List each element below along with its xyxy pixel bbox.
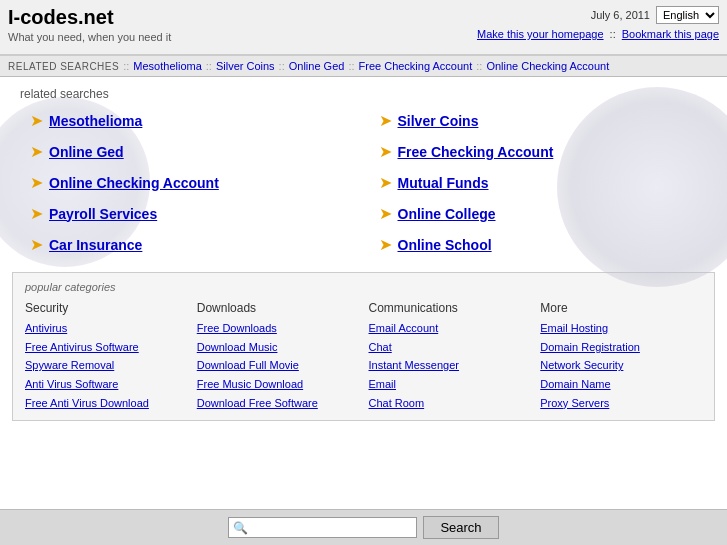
arrow-icon: ➤	[379, 142, 392, 161]
list-item: ➤ Online Checking Account	[30, 173, 359, 192]
popular-col-title-downloads: Downloads	[197, 301, 359, 315]
popular-col-title-more: More	[540, 301, 702, 315]
search-input[interactable]	[252, 520, 412, 535]
search-link-silver-coins[interactable]: Silver Coins	[398, 113, 479, 129]
search-link-payroll-services[interactable]: Payroll Services	[49, 206, 157, 222]
pop-link-free-antivirus[interactable]: Free Antivirus Software	[25, 338, 187, 357]
related-mesothelioma[interactable]: Mesothelioma	[133, 60, 201, 72]
search-icon: 🔍	[233, 521, 248, 535]
sep1: ::	[123, 60, 129, 72]
pop-link-download-software[interactable]: Download Free Software	[197, 394, 359, 413]
list-item: ➤ Payroll Services	[30, 204, 359, 223]
pop-link-chat-room[interactable]: Chat Room	[369, 394, 531, 413]
search-link-online-ged[interactable]: Online Ged	[49, 144, 124, 160]
pop-link-antivirus-software[interactable]: Anti Virus Software	[25, 375, 187, 394]
site-logo: I-codes.net	[8, 6, 171, 29]
pop-link-free-music[interactable]: Free Music Download	[197, 375, 359, 394]
popular-col-title-security: Security	[25, 301, 187, 315]
arrow-icon: ➤	[30, 142, 43, 161]
search-button[interactable]: Search	[423, 516, 498, 539]
list-item: ➤ Online Ged	[30, 142, 359, 161]
list-item: ➤ Online School	[379, 235, 708, 254]
pop-link-email-account[interactable]: Email Account	[369, 319, 531, 338]
search-link-mesothelioma[interactable]: Mesothelioma	[49, 113, 142, 129]
arrow-icon: ➤	[379, 235, 392, 254]
related-label: RELATED SEARCHES	[8, 61, 119, 72]
popular-title: popular categories	[25, 281, 702, 293]
search-box: 🔍	[228, 517, 417, 538]
related-free-checking[interactable]: Free Checking Account	[359, 60, 473, 72]
pop-link-domain-name[interactable]: Domain Name	[540, 375, 702, 394]
arrow-icon: ➤	[30, 235, 43, 254]
bookmark-link[interactable]: Bookmark this page	[622, 28, 719, 40]
arrow-icon: ➤	[379, 111, 392, 130]
link-separator: ::	[610, 28, 619, 40]
popular-column-security: Security Antivirus Free Antivirus Softwa…	[25, 301, 187, 412]
site-tagline: What you need, when you need it	[8, 31, 171, 43]
pop-link-chat[interactable]: Chat	[369, 338, 531, 357]
pop-link-network-security[interactable]: Network Security	[540, 356, 702, 375]
search-link-online-school[interactable]: Online School	[398, 237, 492, 253]
pop-link-download-music[interactable]: Download Music	[197, 338, 359, 357]
related-online-checking[interactable]: Online Checking Account	[486, 60, 609, 72]
popular-col-title-comms: Communications	[369, 301, 531, 315]
pop-link-proxy[interactable]: Proxy Servers	[540, 394, 702, 413]
popular-column-downloads: Downloads Free Downloads Download Music …	[197, 301, 359, 412]
search-link-online-checking[interactable]: Online Checking Account	[49, 175, 219, 191]
pop-link-domain-reg[interactable]: Domain Registration	[540, 338, 702, 357]
date-display: July 6, 2011	[591, 9, 650, 21]
related-silver-coins[interactable]: Silver Coins	[216, 60, 275, 72]
pop-link-antivirus[interactable]: Antivirus	[25, 319, 187, 338]
list-item: ➤ Silver Coins	[379, 111, 708, 130]
arrow-icon: ➤	[30, 111, 43, 130]
search-link-car-insurance[interactable]: Car Insurance	[49, 237, 142, 253]
pop-link-spyware[interactable]: Spyware Removal	[25, 356, 187, 375]
list-item: ➤ Car Insurance	[30, 235, 359, 254]
list-item: ➤ Free Checking Account	[379, 142, 708, 161]
related-online-ged[interactable]: Online Ged	[289, 60, 345, 72]
search-link-online-college[interactable]: Online College	[398, 206, 496, 222]
pop-link-free-downloads[interactable]: Free Downloads	[197, 319, 359, 338]
list-item: ➤ Online College	[379, 204, 708, 223]
searches-title: related searches	[20, 87, 707, 101]
popular-column-communications: Communications Email Account Chat Instan…	[369, 301, 531, 412]
list-item: ➤ Mutual Funds	[379, 173, 708, 192]
popular-column-more: More Email Hosting Domain Registration N…	[540, 301, 702, 412]
list-item: ➤ Mesothelioma	[30, 111, 359, 130]
language-select[interactable]: English	[656, 6, 719, 24]
homepage-link[interactable]: Make this your homepage	[477, 28, 604, 40]
arrow-icon: ➤	[30, 204, 43, 223]
pop-link-download-movie[interactable]: Download Full Movie	[197, 356, 359, 375]
pop-link-email[interactable]: Email	[369, 375, 531, 394]
search-link-free-checking[interactable]: Free Checking Account	[398, 144, 554, 160]
arrow-icon: ➤	[379, 173, 392, 192]
pop-link-free-antivirus-dl[interactable]: Free Anti Virus Download	[25, 394, 187, 413]
arrow-icon: ➤	[30, 173, 43, 192]
pop-link-email-hosting[interactable]: Email Hosting	[540, 319, 702, 338]
search-link-mutual-funds[interactable]: Mutual Funds	[398, 175, 489, 191]
pop-link-instant-messenger[interactable]: Instant Messenger	[369, 356, 531, 375]
arrow-icon: ➤	[379, 204, 392, 223]
